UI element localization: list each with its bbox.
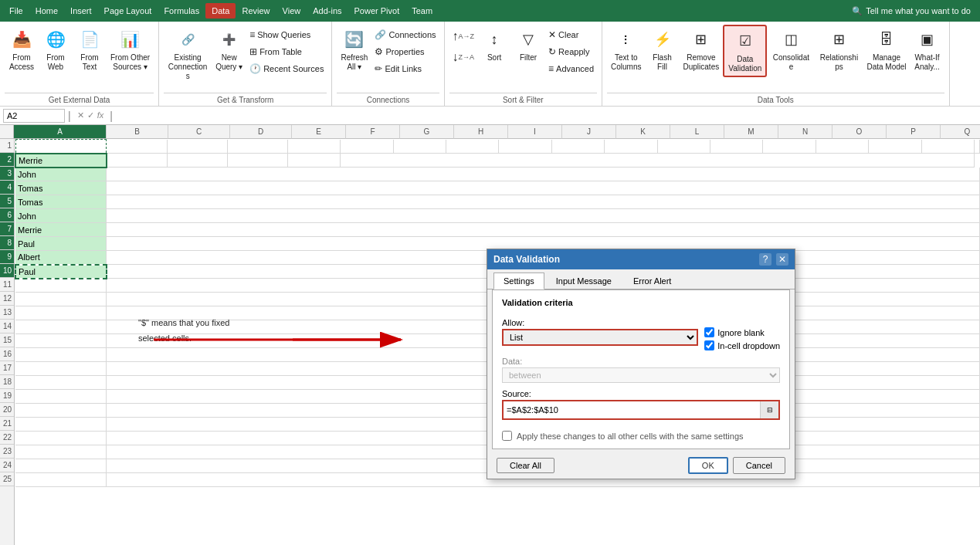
row-header-20[interactable]: 20: [0, 403, 14, 417]
data-validation-button[interactable]: ☑ DataValidation: [723, 25, 767, 77]
col-header-j[interactable]: J: [562, 125, 616, 139]
cell-d2[interactable]: [227, 154, 287, 168]
row-header-16[interactable]: 16: [0, 347, 14, 361]
col-header-h[interactable]: H: [454, 125, 508, 139]
cell-r1[interactable]: [975, 140, 980, 154]
cell-n1[interactable]: [763, 140, 816, 154]
source-range-button[interactable]: ⊟: [760, 401, 778, 418]
refresh-all-button[interactable]: 🔄 RefreshAll ▾: [337, 25, 371, 74]
from-web-button[interactable]: 🌐 FromWeb: [39, 25, 73, 74]
cell-a3[interactable]: John: [15, 168, 107, 181]
menu-data[interactable]: Data: [205, 3, 236, 19]
row-header-13[interactable]: 13: [0, 306, 14, 320]
cell-c1[interactable]: [167, 140, 227, 154]
cell-i1[interactable]: [499, 140, 551, 154]
cell-o1[interactable]: [816, 140, 868, 154]
cell-b2[interactable]: [107, 154, 167, 168]
existing-connections-button[interactable]: 🔗 ExistingConnections: [164, 25, 212, 83]
menu-formulas[interactable]: Formulas: [158, 3, 205, 19]
row-header-11[interactable]: 11: [0, 278, 14, 292]
manage-data-model-button[interactable]: 🗄 ManageData Model: [863, 25, 910, 74]
row-header-14[interactable]: 14: [0, 320, 14, 333]
row-header-25[interactable]: 25: [0, 472, 14, 486]
cell-a5[interactable]: Tomas: [15, 195, 107, 209]
filter-button[interactable]: ▽ Filter: [511, 25, 545, 65]
cell-a14[interactable]: [15, 320, 107, 334]
cell-a23[interactable]: [15, 445, 107, 459]
cell-a17[interactable]: [15, 362, 107, 376]
col-header-q[interactable]: Q: [941, 125, 980, 139]
cell-a6[interactable]: John: [15, 209, 107, 223]
cell-h1[interactable]: [446, 140, 499, 154]
cell-e1[interactable]: [287, 140, 340, 154]
apply-all-checkbox[interactable]: [502, 431, 512, 441]
ignore-blank-checkbox[interactable]: [704, 327, 714, 337]
from-other-sources-button[interactable]: 📊 From OtherSources ▾: [107, 25, 154, 74]
text-to-columns-button[interactable]: ⫶ Text toColumns: [607, 25, 645, 74]
cell-l1[interactable]: [657, 140, 710, 154]
cell-a8[interactable]: Paul: [15, 237, 107, 251]
recent-sources-button[interactable]: 🕐 Recent Sources: [246, 60, 327, 77]
dialog-tab-settings[interactable]: Settings: [493, 272, 544, 289]
col-header-m[interactable]: M: [724, 125, 778, 139]
cell-a13[interactable]: [15, 306, 107, 320]
what-if-button[interactable]: ▣ What-IfAnaly...: [910, 25, 944, 74]
cell-a24[interactable]: [15, 459, 107, 473]
row-header-21[interactable]: 21: [0, 417, 14, 431]
cell-m1[interactable]: [710, 140, 762, 154]
row-header-17[interactable]: 17: [0, 361, 14, 375]
cancel-formula-icon[interactable]: ✕: [77, 110, 84, 120]
col-header-f[interactable]: F: [346, 125, 400, 139]
menu-page-layout[interactable]: Page Layout: [98, 3, 158, 19]
menu-home[interactable]: Home: [29, 3, 64, 19]
row-header-18[interactable]: 18: [0, 375, 14, 389]
cell-k1[interactable]: [605, 140, 657, 154]
relationships-button[interactable]: ⊞ Relationships: [815, 25, 863, 74]
row-header-7[interactable]: 7: [0, 222, 14, 236]
col-header-l[interactable]: L: [670, 125, 724, 139]
from-table-button[interactable]: ⊞ From Table: [246, 43, 327, 60]
row-header-22[interactable]: 22: [0, 431, 14, 445]
cell-f1[interactable]: [341, 140, 393, 154]
consolidate-button[interactable]: ◫ Consolidate: [767, 25, 815, 74]
row-header-23[interactable]: 23: [0, 445, 14, 459]
dialog-tab-error-alert[interactable]: Error Alert: [623, 272, 682, 289]
row-header-24[interactable]: 24: [0, 459, 14, 472]
cell-b1[interactable]: [107, 140, 167, 154]
cell-a21[interactable]: [15, 418, 107, 432]
row-header-4[interactable]: 4: [0, 181, 14, 195]
row-header-12[interactable]: 12: [0, 292, 14, 306]
row-header-10[interactable]: 10: [0, 264, 14, 278]
cell-a2[interactable]: Merrie: [15, 154, 107, 168]
cell-q1[interactable]: [921, 140, 974, 154]
col-header-a[interactable]: A: [14, 125, 107, 139]
cell-a9[interactable]: Albert: [15, 251, 107, 265]
cell-a16[interactable]: [15, 348, 107, 362]
show-queries-button[interactable]: ≡ Show Queries: [246, 26, 327, 43]
cell-g1[interactable]: [393, 140, 446, 154]
menu-insert[interactable]: Insert: [64, 3, 98, 19]
cell-a1[interactable]: [15, 140, 107, 154]
col-header-n[interactable]: N: [778, 125, 832, 139]
ok-button[interactable]: OK: [688, 457, 728, 474]
edit-links-button[interactable]: ✏ Edit Links: [371, 60, 439, 77]
cell-a11[interactable]: [15, 279, 107, 293]
cell-a19[interactable]: [15, 390, 107, 404]
col-header-i[interactable]: I: [508, 125, 562, 139]
sort-button[interactable]: ↕ Sort: [477, 25, 511, 65]
cell-a22[interactable]: [15, 432, 107, 445]
row-header-19[interactable]: 19: [0, 389, 14, 403]
menu-review[interactable]: Review: [236, 3, 276, 19]
row-header-1[interactable]: 1: [0, 139, 14, 153]
cell-a10[interactable]: Paul: [15, 265, 107, 279]
col-header-o[interactable]: O: [832, 125, 887, 139]
cell-a18[interactable]: [15, 376, 107, 390]
col-header-b[interactable]: B: [107, 125, 168, 139]
col-header-d[interactable]: D: [230, 125, 292, 139]
cancel-button[interactable]: Cancel: [733, 457, 785, 474]
from-access-button[interactable]: 📥 FromAccess: [5, 25, 39, 74]
properties-button[interactable]: ⚙ Properties: [371, 43, 439, 60]
row-header-8[interactable]: 8: [0, 236, 14, 250]
new-query-button[interactable]: ➕ NewQuery ▾: [212, 25, 246, 74]
formula-input[interactable]: [116, 110, 977, 121]
